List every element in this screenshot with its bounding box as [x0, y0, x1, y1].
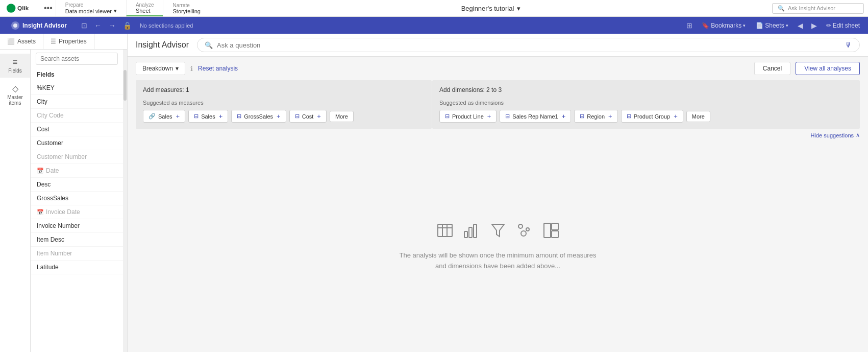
add-dimensions-title: Add dimensions: 2 to 3 — [439, 86, 853, 93]
assets-tab[interactable]: ⬜ Assets — [0, 34, 43, 49]
measure-chip-cost[interactable]: ⊟ Cost + — [289, 110, 327, 123]
smart-select-icon[interactable]: ⊡ — [79, 20, 89, 31]
field-name: Customer Number — [37, 153, 113, 160]
bar-chart-icon — [463, 222, 480, 242]
bookmarks-chevron-icon: ▾ — [743, 23, 746, 28]
breakdown-button[interactable]: Breakdown ▾ — [136, 62, 185, 75]
top-nav: Qlik ••• Prepare Data model viewer ▾ Ana… — [0, 0, 868, 17]
view-all-analyses-button[interactable]: View all analyses — [796, 62, 860, 75]
field-item[interactable]: 📅Date+ — [31, 164, 123, 178]
field-item[interactable]: Customer+ — [31, 136, 123, 150]
chip-plus-icon-3: + — [277, 112, 281, 120]
field-item[interactable]: Customer Number+ — [31, 150, 123, 164]
field-item[interactable]: GrossSales+ — [31, 192, 123, 205]
svg-point-10 — [518, 224, 523, 228]
top-nav-more-icon[interactable]: ••• — [41, 0, 56, 16]
edit-sheet-button[interactable]: ✏ Edit sheet — [823, 20, 863, 31]
measure-chip-sales-link[interactable]: 🔗 Sales + — [143, 110, 185, 123]
dimension-chip-sales-rep[interactable]: ⊟ Sales Rep Name1 + — [500, 110, 571, 123]
field-item[interactable]: City Code+ — [31, 109, 123, 123]
analyze-section[interactable]: Analyze Sheet — [126, 0, 163, 16]
breakdown-chevron-icon: ▾ — [176, 65, 179, 72]
field-item[interactable]: Invoice Number+ — [31, 219, 123, 233]
bookmarks-button[interactable]: 🔖 Bookmarks ▾ — [699, 20, 749, 31]
fields-scrollbar[interactable] — [123, 50, 127, 352]
svg-rect-14 — [552, 223, 558, 230]
dim-icon-1: ⊟ — [445, 113, 450, 120]
chip-plus-icon-2: + — [219, 112, 223, 120]
cancel-button[interactable]: Cancel — [754, 62, 790, 75]
properties-tab-icon: ☰ — [51, 38, 56, 45]
dimension-chip-region[interactable]: ⊟ Region + — [574, 110, 617, 123]
grid-icon[interactable]: ⊞ — [684, 20, 695, 31]
fields-icon: ≡ — [13, 58, 17, 67]
dimension-chip-product-group[interactable]: ⊟ Product Group + — [621, 110, 683, 123]
field-name: Cost — [37, 126, 113, 133]
hide-suggestions-row[interactable]: Hide suggestions ∧ — [128, 129, 868, 142]
suggested-measures-label: Suggested as measures — [143, 100, 425, 106]
prepare-chevron-icon: ▾ — [114, 8, 117, 14]
search-assets-input[interactable] — [36, 53, 118, 65]
sidebar-item-fields[interactable]: ≡ Fields — [0, 54, 30, 78]
info-icon[interactable]: ℹ — [190, 65, 193, 73]
insight-advisor-nav-button[interactable]: Insight Advisor — [5, 19, 73, 32]
sheets-button[interactable]: 📄 Sheets ▾ — [753, 20, 791, 31]
ia-search-input[interactable] — [217, 41, 841, 49]
prepare-value: Data model viewer ▾ — [65, 8, 117, 14]
ask-insight-search[interactable]: 🔍 Ask Insight Advisor — [772, 3, 864, 14]
reset-analysis-button[interactable]: Reset analysis — [198, 65, 238, 72]
field-item[interactable]: Desc+ — [31, 178, 123, 192]
back-icon[interactable]: ← — [92, 20, 104, 31]
suggested-dimensions-label: Suggested as dimensions — [439, 100, 853, 106]
narrate-section[interactable]: Narrate Storytelling — [163, 0, 209, 16]
search-magnify-icon: 🔍 — [205, 41, 213, 49]
field-item[interactable]: Cost+ — [31, 123, 123, 136]
qlik-logo: Qlik — [0, 0, 41, 16]
sheets-chevron-icon: ▾ — [786, 23, 788, 28]
field-item[interactable]: Latitude+ — [31, 261, 123, 274]
sidebar-item-master-items[interactable]: ◇ Master items — [0, 80, 30, 110]
field-item[interactable]: Item Desc+ — [31, 233, 123, 247]
ia-search-bar[interactable]: 🔍 🎙 — [197, 38, 860, 52]
tutorial-button[interactable]: Beginner's tutorial ▾ — [456, 3, 526, 14]
field-name: GrossSales — [37, 195, 113, 202]
right-main: Insight Advisor 🔍 🎙 Breakdown ▾ ℹ Reset … — [128, 34, 868, 352]
field-name: City Code — [37, 112, 113, 119]
field-item[interactable]: %KEY+ — [31, 81, 123, 95]
forward-icon[interactable]: → — [107, 20, 118, 31]
prev-sheet-icon[interactable]: ◀ — [796, 20, 805, 31]
measures-more-button[interactable]: More — [330, 111, 354, 122]
field-name: Customer — [37, 139, 113, 147]
field-item[interactable]: 📅Invoice Date+ — [31, 205, 123, 219]
db-icon-3: ⊟ — [295, 113, 300, 120]
field-name: Invoice Number — [37, 222, 113, 229]
dimensions-panel: Add dimensions: 2 to 3 Suggested as dime… — [432, 80, 860, 129]
db-icon-1: ⊟ — [194, 113, 199, 120]
measure-chip-sales-db[interactable]: ⊟ Sales + — [188, 110, 228, 123]
left-panel-tabs: ⬜ Assets ☰ Properties — [0, 34, 127, 50]
dimension-chip-product-line[interactable]: ⊟ Product Line + — [439, 110, 497, 123]
left-panel-content: Fields %KEY+City+City Code+Cost+Customer… — [31, 50, 123, 352]
field-item[interactable]: City+ — [31, 95, 123, 109]
bookmark-icon: 🔖 — [702, 22, 709, 29]
properties-tab[interactable]: ☰ Properties — [43, 34, 94, 49]
second-toolbar: Insight Advisor ⊡ ← → 🔒 No selections ap… — [0, 17, 868, 34]
narrate-value: Storytelling — [172, 8, 200, 14]
svg-point-2 — [13, 24, 17, 28]
narrate-label: Narrate — [172, 3, 200, 8]
treemap-icon — [543, 222, 559, 242]
main-content: ⬜ Assets ☰ Properties ≡ Fields ◇ Master … — [0, 34, 868, 352]
dimensions-more-button[interactable]: More — [686, 111, 710, 122]
microphone-icon[interactable]: 🎙 — [845, 41, 852, 49]
fields-list: %KEY+City+City Code+Cost+Customer+Custom… — [31, 81, 123, 352]
measure-chip-grosssales[interactable]: ⊟ GrossSales + — [231, 110, 286, 123]
lock-icon[interactable]: 🔒 — [121, 20, 134, 31]
prepare-section[interactable]: Prepare Data model viewer ▾ — [56, 0, 126, 16]
field-name: Date — [46, 167, 113, 174]
svg-rect-9 — [474, 224, 477, 238]
dim-plus-icon-1: + — [487, 112, 491, 120]
next-sheet-icon[interactable]: ▶ — [809, 20, 819, 31]
svg-point-11 — [526, 228, 529, 231]
scrollbar-thumb — [123, 70, 127, 101]
field-item[interactable]: Item Number+ — [31, 247, 123, 261]
